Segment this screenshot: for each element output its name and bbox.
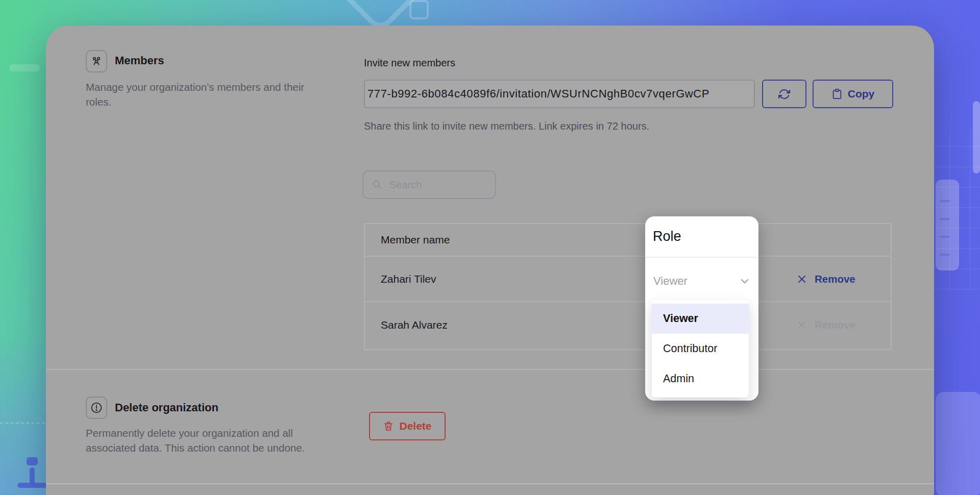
copy-link-button[interactable]: Copy xyxy=(813,80,893,108)
role-select-value: Viewer xyxy=(653,275,688,288)
role-option-admin[interactable]: Admin xyxy=(652,364,749,394)
member-name-cell: Zahari Tilev xyxy=(365,273,436,285)
faint-pill-decoration xyxy=(9,64,40,71)
remove-button-label: Remove xyxy=(815,319,855,331)
members-table-header: Member name xyxy=(365,224,891,257)
members-section-description: Manage your organization’s members and t… xyxy=(86,80,326,109)
role-option-contributor[interactable]: Contributor xyxy=(652,334,749,364)
delete-section-description: Permanently delete your organization and… xyxy=(86,426,326,455)
delete-button-label: Delete xyxy=(399,420,431,432)
header-divider xyxy=(645,257,758,258)
invite-link-helper-text: Share this link to invite new members. L… xyxy=(364,120,649,132)
corner-panel-decoration xyxy=(936,392,980,495)
invitation-link-input[interactable]: 777-b992-6b084c4089f6/invitation/WSUrNCN… xyxy=(364,80,755,108)
trash-icon xyxy=(383,420,394,432)
mini-panel-decoration xyxy=(936,180,959,270)
remove-member-button[interactable]: Remove xyxy=(797,273,855,285)
column-member-name: Member name xyxy=(365,234,450,246)
delete-section-title: Delete organization xyxy=(115,401,218,414)
role-column-spotlight: Role Viewer Viewer Contributor Admin xyxy=(645,216,758,401)
invite-new-members-label: Invite new members xyxy=(364,57,455,69)
member-name-cell: Sarah Alvarez xyxy=(365,319,448,331)
role-option-viewer[interactable]: Viewer xyxy=(652,304,749,334)
regenerate-link-button[interactable] xyxy=(762,80,806,108)
role-select[interactable]: Viewer xyxy=(653,270,751,292)
role-dropdown-menu: Viewer Contributor Admin xyxy=(652,300,749,398)
table-row: Zahari Tilev Remove xyxy=(365,257,891,302)
square-outline-decoration xyxy=(409,0,429,19)
remove-button-label: Remove xyxy=(815,273,855,285)
dashed-line-decoration xyxy=(0,423,45,424)
clipboard-icon xyxy=(831,88,843,100)
delete-organization-button[interactable]: Delete xyxy=(369,412,446,440)
side-bar-decoration xyxy=(973,101,980,174)
settings-page: Members Manage your organization’s membe… xyxy=(0,0,980,495)
alert-circle-icon xyxy=(86,397,107,419)
members-table: Member name Zahari Tilev Remove Sarah Al… xyxy=(364,223,892,350)
card-footer-strip xyxy=(46,483,934,495)
members-section-title: Members xyxy=(115,54,164,67)
organization-settings-card: Members Manage your organization’s membe… xyxy=(46,26,934,495)
remove-member-button[interactable]: Remove xyxy=(797,319,855,331)
chevron-down-icon xyxy=(738,275,751,288)
flowchart-decoration xyxy=(27,457,38,465)
x-icon xyxy=(797,274,807,284)
members-icon xyxy=(86,50,107,72)
column-role: Role xyxy=(653,229,681,244)
table-row: Sarah Alvarez Remove xyxy=(365,302,891,348)
flowchart-decoration xyxy=(30,467,35,485)
member-search-input[interactable]: Search xyxy=(362,170,496,199)
search-placeholder: Search xyxy=(389,179,422,191)
section-divider xyxy=(46,369,934,370)
refresh-icon xyxy=(778,88,791,101)
copy-button-label: Copy xyxy=(848,88,875,100)
search-icon xyxy=(372,179,383,190)
x-icon xyxy=(797,320,807,330)
